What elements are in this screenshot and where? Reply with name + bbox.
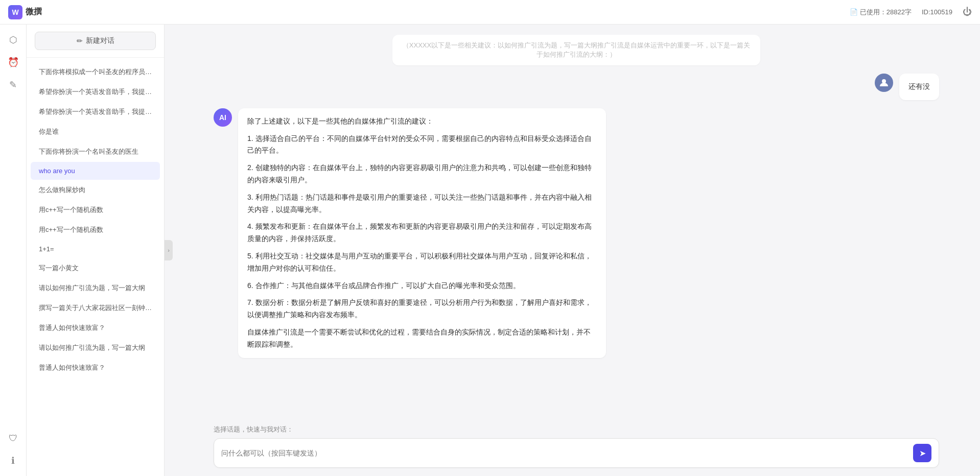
chat-input-area: 选择话题，快速与我对话： ➤ <box>173 419 980 476</box>
id-label: ID:100519 <box>922 8 952 16</box>
topbar-right: 📄 已使用：28822字 ID:100519 ⏻ <box>850 7 972 17</box>
chat-area: （XXXXX以下是一些相关建议：以如何推广引流为题，写一篇大纲推广引流是自媒体运… <box>173 25 980 476</box>
input-wrapper: ➤ <box>214 438 939 468</box>
sidebar-icon-shield[interactable]: 🛡 <box>4 429 22 447</box>
chat-list-item[interactable]: 普通人如何快速致富？ <box>31 358 160 377</box>
chat-list-item[interactable]: 普通人如何快速致富？ <box>31 318 160 338</box>
chat-list-item[interactable]: 希望你扮演一个英语发音助手，我提供给你... <box>31 102 160 122</box>
sidebar-icon-edit[interactable]: ✎ <box>4 76 22 94</box>
svg-point-0 <box>882 79 886 83</box>
chat-list-item[interactable]: 写一篇小黄文 <box>31 258 160 278</box>
user-message-bubble: 还有没 <box>899 74 939 100</box>
chat-list-item[interactable]: who are you <box>31 162 160 180</box>
new-chat-button[interactable]: ✏ 新建对话 <box>35 32 156 50</box>
chat-list-item[interactable]: 撰写一篇关于八大家花园社区一刻钟便民生... <box>31 298 160 318</box>
chat-sidebar-header: ✏ 新建对话 <box>27 25 164 58</box>
user-avatar <box>875 74 893 92</box>
logo-icon: W <box>8 5 22 19</box>
chat-list-item[interactable]: 1+1= <box>31 240 160 258</box>
collapse-sidebar-button[interactable]: › <box>165 240 173 260</box>
sidebar-icon-info[interactable]: ℹ <box>4 451 22 470</box>
chat-list-item[interactable]: 请以如何推广引流为题，写一篇大纲 <box>31 278 160 298</box>
power-icon[interactable]: ⏻ <box>963 7 972 17</box>
chat-list-item[interactable]: 用c++写一个随机函数 <box>31 200 160 220</box>
chat-list-item[interactable]: 希望你扮演一个英语发音助手，我提供给你... <box>31 82 160 102</box>
app-title: 微撰 <box>26 7 42 17</box>
faded-message: （XXXXX以下是一些相关建议：以如何推广引流为题，写一篇大纲推广引流是自媒体运… <box>392 35 760 65</box>
quick-topics-label: 选择话题，快速与我对话： <box>214 425 939 434</box>
send-button[interactable]: ➤ <box>913 444 931 462</box>
send-icon: ➤ <box>919 448 926 458</box>
sidebar-icon-timer[interactable]: ⏰ <box>4 53 22 72</box>
chat-list-item[interactable]: 下面你将模拟成一个叫圣友的程序员，我说... <box>31 62 160 82</box>
usage-icon: 📄 <box>850 8 858 16</box>
chat-list-item[interactable]: 用c++写一个随机函数 <box>31 220 160 240</box>
chat-list-item[interactable]: 请以如何推广引流为题，写一篇大纲 <box>31 338 160 358</box>
ai-message-row: AI除了上述建议，以下是一些其他的自媒体推广引流的建议：1. 选择适合自己的平台… <box>214 108 939 358</box>
icon-sidebar: ⬡ ⏰ ✎ 🛡 ℹ <box>0 25 27 476</box>
usage-label: 已使用：28822字 <box>860 8 912 17</box>
sidebar-icon-home[interactable]: ⬡ <box>4 31 22 49</box>
usage-info: 📄 已使用：28822字 <box>850 8 912 17</box>
new-chat-label: 新建对话 <box>86 36 114 45</box>
new-chat-icon: ✏ <box>77 37 83 45</box>
chat-messages: （XXXXX以下是一些相关建议：以如何推广引流为题，写一篇大纲推广引流是自媒体运… <box>173 25 980 419</box>
app-logo: W 微撰 <box>8 5 42 19</box>
chat-list-item[interactable]: 下面你将扮演一个名叫圣友的医生 <box>31 142 160 161</box>
chat-list: 下面你将模拟成一个叫圣友的程序员，我说...希望你扮演一个英语发音助手，我提供给… <box>27 58 164 476</box>
topbar: W 微撰 📄 已使用：28822字 ID:100519 ⏻ <box>0 0 980 25</box>
chat-sidebar: ✏ 新建对话 下面你将模拟成一个叫圣友的程序员，我说...希望你扮演一个英语发音… <box>27 25 165 476</box>
chat-list-item[interactable]: 你是谁 <box>31 122 160 141</box>
chat-list-item[interactable]: 怎么做狗屎炒肉 <box>31 180 160 200</box>
chat-input[interactable] <box>221 449 908 457</box>
ai-message-bubble: 除了上述建议，以下是一些其他的自媒体推广引流的建议：1. 选择适合自己的平台：不… <box>238 108 606 358</box>
main-layout: ⬡ ⏰ ✎ 🛡 ℹ ✏ 新建对话 下面你将模拟成一个叫圣友的程序员，我说...希… <box>0 25 980 476</box>
ai-avatar: AI <box>214 108 232 127</box>
user-message-row: 还有没 <box>214 74 939 100</box>
